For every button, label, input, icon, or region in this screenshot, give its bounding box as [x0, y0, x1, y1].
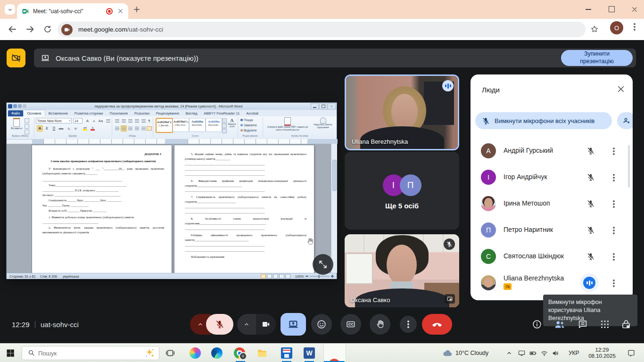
window-minimize-button[interactable]: [586, 9, 591, 10]
subscript-button[interactable]: х₂: [66, 125, 72, 132]
line-spacing-button[interactable]: [141, 127, 146, 130]
strikethrough-button[interactable]: абв: [58, 125, 64, 132]
font-name-box[interactable]: Times New Rom▾: [36, 118, 72, 123]
copilot-icon[interactable]: [190, 347, 201, 359]
raise-hand-button[interactable]: [370, 314, 390, 335]
participant-row[interactable]: С Святослав Шкіндюк: [471, 243, 633, 270]
mic-off-icon[interactable]: [586, 199, 595, 208]
underline-button[interactable]: П: [51, 125, 57, 132]
numbering-button[interactable]: [122, 119, 126, 123]
participant-menu-button[interactable]: [610, 227, 618, 234]
window-close-button[interactable]: [631, 6, 638, 13]
tile-more-people[interactable]: І П Ще 5 осіб: [345, 152, 459, 230]
chrome-icon[interactable]: 0: [234, 347, 245, 359]
video-tile-oksana[interactable]: Оксана Савко: [345, 234, 459, 307]
browser-tab[interactable]: Meet: "uat-sohv-cci": [17, 3, 128, 19]
bookmark-star-icon[interactable]: [589, 24, 600, 34]
more-options-button[interactable]: [400, 316, 417, 333]
pip-button[interactable]: [445, 294, 455, 304]
word-tab-abbyy[interactable]: ABBYY FineReader 11: [200, 110, 243, 116]
change-case-button[interactable]: Аа: [98, 118, 104, 124]
shading-button[interactable]: [147, 126, 152, 131]
replace-button[interactable]: Замінити: [240, 123, 256, 127]
word-tab-file[interactable]: Файл: [8, 110, 23, 116]
mic-off-icon[interactable]: [586, 252, 595, 261]
participant-row[interactable]: А Андрій Гурський: [471, 138, 633, 164]
font-size-box[interactable]: 14: [73, 118, 83, 123]
word-tab-insert[interactable]: Вставлення: [45, 110, 71, 116]
end-call-button[interactable]: [422, 314, 452, 335]
word-tab-references[interactable]: Посилання: [107, 110, 131, 116]
participant-row[interactable]: І Ігор Андрійчук: [471, 164, 633, 190]
start-button[interactable]: [6, 348, 15, 358]
paste-button[interactable]: Вставити: [10, 118, 23, 130]
align-left-button[interactable]: [115, 127, 119, 130]
superscript-button[interactable]: х²: [73, 125, 79, 132]
status-page[interactable]: Сторінка: 51 з 52: [9, 275, 35, 278]
mute-all-button[interactable]: Вимкнути мікрофони всіх учасників: [475, 112, 612, 129]
word-repeat-icon[interactable]: [23, 104, 26, 108]
bullets-button[interactable]: [115, 119, 119, 123]
word-document-area[interactable]: ДОДАТОК 5 Схема аналізу проведеного аспі…: [7, 144, 337, 273]
create-pdf-button[interactable]: Створити файл Adobe PDF і надати до ньог…: [265, 117, 310, 131]
new-tab-button[interactable]: [132, 5, 141, 14]
notification-center-icon[interactable]: [627, 349, 636, 357]
participant-menu-button[interactable]: [610, 200, 618, 208]
mute-participant-button[interactable]: [580, 273, 599, 292]
forward-button[interactable]: [25, 24, 36, 35]
shrink-font-button[interactable]: А: [91, 118, 97, 124]
participant-menu-button[interactable]: [610, 148, 618, 155]
align-center-button[interactable]: [122, 127, 126, 130]
add-people-button[interactable]: [617, 112, 633, 129]
host-controls-button[interactable]: [620, 319, 632, 330]
taskbar-clock[interactable]: 12:29 08.10.2025: [585, 347, 619, 359]
style-heading1[interactable]: АаБбВвЗаголово..: [189, 118, 206, 132]
reactions-button[interactable]: [311, 314, 332, 335]
mic-off-icon[interactable]: [586, 147, 595, 155]
participant-row[interactable]: Ірина Метошоп: [471, 190, 633, 217]
tab-close-icon[interactable]: [117, 8, 124, 14]
browser-menu-button[interactable]: [634, 26, 636, 28]
present-button[interactable]: [281, 313, 306, 336]
style-normal[interactable]: АаБбВвГг,1 Звичай...: [156, 118, 173, 133]
file-explorer-icon[interactable]: [256, 347, 268, 359]
camera-off-warning-badge[interactable]: [7, 49, 25, 67]
camera-options-button[interactable]: [237, 314, 256, 335]
word-tab-review[interactable]: Рецензування: [153, 110, 182, 116]
word-tab-view[interactable]: Вигляд: [182, 110, 201, 116]
word-taskbar-icon[interactable]: W: [304, 347, 315, 359]
word-tab-acrobat[interactable]: Acrobat: [243, 110, 262, 116]
sort-button[interactable]: [141, 119, 146, 123]
word-undo-icon[interactable]: [18, 104, 22, 108]
highlight-color-button[interactable]: аб: [82, 125, 88, 132]
word-save-icon[interactable]: [13, 104, 17, 108]
clear-format-button[interactable]: [106, 119, 110, 123]
activities-button[interactable]: [600, 319, 610, 329]
style-no-spacing[interactable]: АаБбВвГг,1 Без інте...: [173, 118, 189, 132]
justify-button[interactable]: [135, 127, 139, 130]
video-tile-uliana[interactable]: Uliana Berezhnytska: [345, 74, 459, 150]
zoom-slider[interactable]: [305, 275, 334, 278]
word-maximize-button[interactable]: [319, 103, 327, 109]
participant-menu-button[interactable]: [610, 253, 618, 261]
multilevel-list-button[interactable]: [128, 119, 132, 123]
panel-close-icon[interactable]: [617, 85, 625, 93]
language-indicator[interactable]: УКР: [569, 350, 579, 356]
search-highlights-icon[interactable]: [144, 347, 155, 359]
word-scrollbar[interactable]: [331, 144, 337, 273]
back-button[interactable]: [7, 24, 18, 35]
align-right-button[interactable]: [128, 127, 132, 130]
expand-presentation-button[interactable]: [313, 254, 333, 275]
request-signatures-button[interactable]: Надіслати запити підписання: [311, 117, 335, 129]
word-tab-mailings[interactable]: Розсилки: [131, 110, 153, 116]
address-bar[interactable]: meet.google.com/uat-sohv-cci: [58, 22, 586, 37]
italic-button[interactable]: К: [44, 125, 50, 132]
decrease-indent-button[interactable]: [135, 119, 139, 123]
change-styles-button[interactable]: А Змінити стилі: [226, 117, 238, 128]
tray-monitor-icon[interactable]: [518, 349, 526, 357]
participant-menu-button[interactable]: [610, 174, 618, 181]
participant-row[interactable]: П Петро Наритник: [471, 217, 633, 243]
status-language[interactable]: українська: [63, 275, 79, 278]
panel-scrollbar[interactable]: [628, 145, 630, 188]
mic-off-icon[interactable]: [586, 173, 595, 181]
